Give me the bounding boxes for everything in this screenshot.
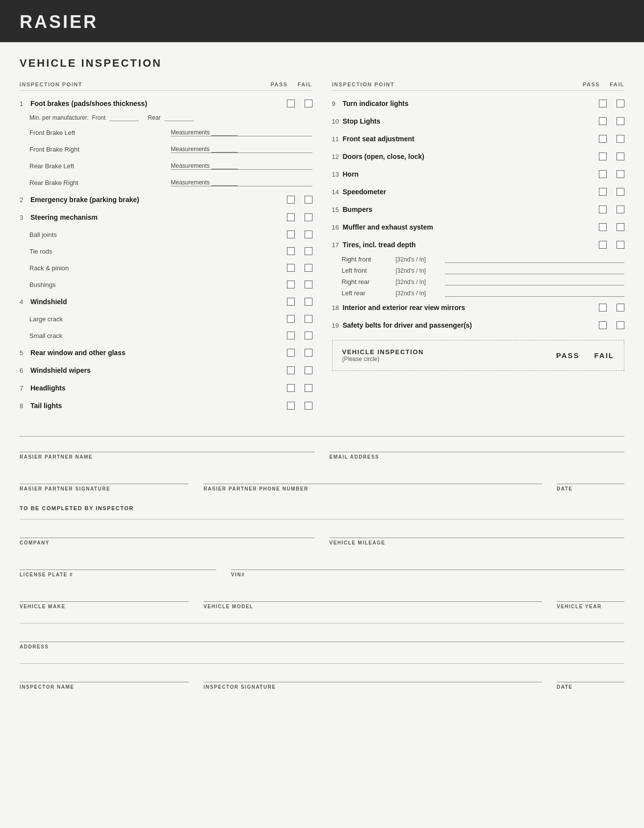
item-4-label: Windshield bbox=[30, 298, 273, 306]
rack-pinion-fail-checkbox[interactable] bbox=[305, 264, 312, 272]
item-18-fail-checkbox[interactable] bbox=[617, 304, 624, 311]
company-field: COMPANY bbox=[20, 527, 315, 545]
rack-pinion-pass-checkbox[interactable] bbox=[287, 264, 295, 272]
item-8-pass-checkbox[interactable] bbox=[287, 402, 295, 410]
item-11-number: 11 bbox=[332, 135, 341, 143]
inspector-section-label: TO BE COMPLETED BY INSPECTOR bbox=[20, 505, 624, 511]
item-16-fail-checkbox[interactable] bbox=[617, 223, 624, 231]
item-1-foot-brakes: 1 Foot brakes (pads/shoes thickness) bbox=[20, 97, 312, 110]
small-crack-row: Small crack bbox=[20, 329, 312, 342]
item-15-checkboxes bbox=[585, 206, 624, 213]
form-row-1: RASIER PARTNER NAME EMAIL ADDRESS bbox=[20, 441, 624, 460]
item-10-number: 10 bbox=[332, 118, 341, 125]
item-14-pass-checkbox[interactable] bbox=[599, 188, 607, 196]
model-line bbox=[204, 591, 542, 602]
ball-joints-pass-checkbox[interactable] bbox=[287, 231, 295, 238]
signature-label: RASIER PARTNER SIGNATURE bbox=[20, 486, 189, 492]
rear-brake-right-measurement: Measurements ________ bbox=[171, 179, 312, 186]
item-11-fail-checkbox[interactable] bbox=[617, 135, 624, 143]
item-4-fail-checkbox[interactable] bbox=[305, 298, 312, 306]
item-1-fail-checkbox[interactable] bbox=[305, 100, 312, 107]
columns-wrapper: INSPECTION POINT PASS FAIL 1 Foot brakes… bbox=[20, 81, 624, 416]
item-9-fail-checkbox[interactable] bbox=[617, 100, 624, 107]
right-fail-label: FAIL bbox=[610, 81, 624, 87]
item-10-pass-checkbox[interactable] bbox=[599, 117, 607, 125]
item-2-fail-checkbox[interactable] bbox=[305, 196, 312, 204]
front-brake-right-label: Front Brake Right bbox=[29, 146, 171, 153]
item-5-fail-checkbox[interactable] bbox=[305, 349, 312, 357]
item-3-pass-checkbox[interactable] bbox=[287, 213, 295, 221]
tie-rods-fail-checkbox[interactable] bbox=[305, 247, 312, 255]
ball-joints-fail-checkbox[interactable] bbox=[305, 231, 312, 238]
item-17-pass-checkbox[interactable] bbox=[599, 241, 607, 249]
rear-brake-left-measurement: Measurements ________ bbox=[171, 162, 312, 170]
inspector-section: TO BE COMPLETED BY INSPECTOR COMPANY VEH… bbox=[20, 505, 624, 690]
rack-pinion-checkboxes bbox=[273, 264, 312, 272]
item-2-checkboxes bbox=[273, 196, 312, 204]
item-2-pass-checkbox[interactable] bbox=[287, 196, 295, 204]
item-11-pass-checkbox[interactable] bbox=[599, 135, 607, 143]
dashed-box-subtitle: (Please circle) bbox=[342, 356, 424, 362]
item-19-pass-checkbox[interactable] bbox=[599, 321, 607, 329]
ball-joints-label: Ball joints bbox=[29, 231, 273, 238]
item-10-fail-checkbox[interactable] bbox=[617, 117, 624, 125]
item-17-tires: 17 Tires, incl. tread depth bbox=[332, 238, 625, 252]
item-17-fail-checkbox[interactable] bbox=[617, 241, 624, 249]
item-5-pass-checkbox[interactable] bbox=[287, 349, 295, 357]
date-field-1: DATE bbox=[557, 473, 624, 492]
item-16-number: 16 bbox=[332, 224, 341, 231]
address-line bbox=[20, 631, 624, 642]
item-16-pass-checkbox[interactable] bbox=[599, 223, 607, 231]
item-14-fail-checkbox[interactable] bbox=[617, 188, 624, 196]
tire-right-rear-row: Right rear [32nd's / In] bbox=[332, 278, 625, 285]
item-8-number: 8 bbox=[20, 402, 28, 410]
make-line bbox=[20, 591, 189, 602]
date-label-1: DATE bbox=[557, 486, 624, 492]
item-7-checkboxes bbox=[273, 384, 312, 392]
item-6-fail-checkbox[interactable] bbox=[305, 366, 312, 374]
item-12-fail-checkbox[interactable] bbox=[617, 153, 624, 160]
item-12-pass-checkbox[interactable] bbox=[599, 153, 607, 160]
rear-brake-right-label: Rear Brake Right bbox=[29, 179, 171, 186]
item-18-pass-checkbox[interactable] bbox=[599, 304, 607, 311]
form-row-3: COMPANY VEHICLE MILEAGE bbox=[20, 527, 624, 545]
item-9-label: Turn indicator lights bbox=[343, 100, 586, 107]
dashed-box-content: VEHICLE INSPECTION (Please circle) PASS … bbox=[342, 348, 615, 362]
item-8-fail-checkbox[interactable] bbox=[305, 402, 312, 410]
item-6-checkboxes bbox=[273, 366, 312, 374]
item-6-pass-checkbox[interactable] bbox=[287, 366, 295, 374]
item-10-label: Stop Lights bbox=[343, 117, 586, 125]
mileage-label: VEHICLE MILEAGE bbox=[330, 540, 625, 545]
large-crack-pass-checkbox[interactable] bbox=[287, 315, 295, 323]
tire-left-rear-row: Left rear [32nd's / In] bbox=[332, 289, 625, 297]
item-1-label: Foot brakes (pads/shoes thickness) bbox=[30, 100, 273, 107]
tie-rods-pass-checkbox[interactable] bbox=[287, 247, 295, 255]
front-brake-left-measurement: Measurements ________ bbox=[171, 129, 312, 136]
dashed-box-title: VEHICLE INSPECTION bbox=[342, 348, 424, 356]
vin-label: VIN# bbox=[231, 572, 624, 577]
item-3-checkboxes bbox=[273, 213, 312, 221]
item-15-pass-checkbox[interactable] bbox=[599, 206, 607, 213]
item-18-number: 18 bbox=[332, 304, 341, 311]
item-13-fail-checkbox[interactable] bbox=[617, 170, 624, 178]
phone-label: RASIER PARTNER PHONE NUMBER bbox=[204, 486, 542, 492]
bushings-fail-checkbox[interactable] bbox=[305, 281, 312, 288]
item-9-pass-checkbox[interactable] bbox=[599, 100, 607, 107]
item-15-fail-checkbox[interactable] bbox=[617, 206, 624, 213]
item-19-fail-checkbox[interactable] bbox=[617, 321, 624, 329]
small-crack-pass-checkbox[interactable] bbox=[287, 332, 295, 339]
bushings-pass-checkbox[interactable] bbox=[287, 281, 295, 288]
item-4-pass-checkbox[interactable] bbox=[287, 298, 295, 306]
item-1-pass-checkbox[interactable] bbox=[287, 100, 295, 107]
tire-right-rear-value bbox=[445, 279, 625, 285]
item-7-pass-checkbox[interactable] bbox=[287, 384, 295, 392]
small-crack-fail-checkbox[interactable] bbox=[305, 332, 312, 339]
tie-rods-checkboxes bbox=[273, 247, 312, 255]
item-7-fail-checkbox[interactable] bbox=[305, 384, 312, 392]
large-crack-fail-checkbox[interactable] bbox=[305, 315, 312, 323]
divider-3 bbox=[20, 663, 624, 664]
item-8-checkboxes bbox=[273, 402, 312, 410]
item-11-checkboxes bbox=[585, 135, 624, 143]
item-3-fail-checkbox[interactable] bbox=[305, 213, 312, 221]
item-13-pass-checkbox[interactable] bbox=[599, 170, 607, 178]
